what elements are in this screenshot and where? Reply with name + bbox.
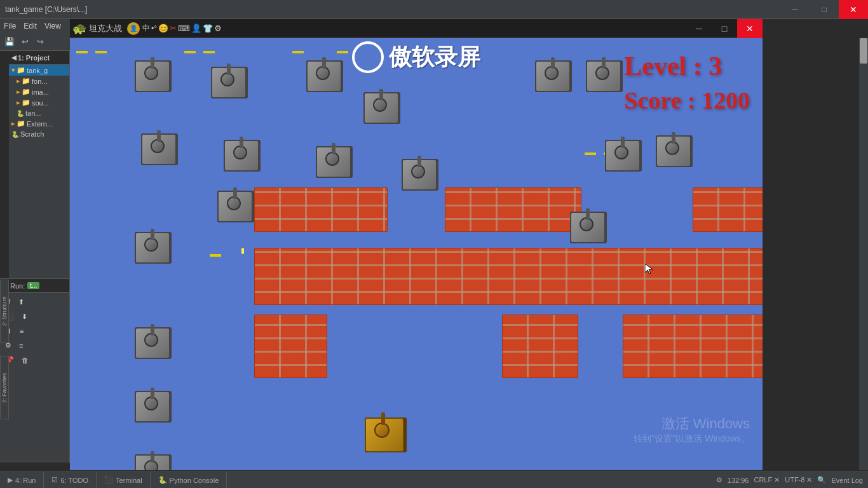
brick-wall bbox=[445, 187, 581, 232]
search-icon[interactable]: 🔍 bbox=[817, 476, 826, 484]
terrain-dash bbox=[95, 51, 107, 53]
tree-item-scratch[interactable]: 🐍 Scratch bbox=[9, 129, 69, 139]
folder-icon5: 📁 bbox=[22, 98, 31, 107]
menu-edit[interactable]: Edit bbox=[20, 22, 41, 30]
save-button[interactable]: 💾 bbox=[3, 35, 17, 49]
tree-item-fonts[interactable]: ▸ 📁 fon... bbox=[9, 76, 69, 86]
game-lang-cn: 中 bbox=[142, 23, 150, 34]
undo-button[interactable]: ↩ bbox=[18, 35, 32, 49]
watermark: 激活 Windows 转到"设置"以激活 Windows。 bbox=[634, 414, 750, 445]
run-down-button[interactable]: ⬇ bbox=[19, 311, 30, 322]
enemy-tank bbox=[133, 388, 172, 426]
gear-icon[interactable]: ⚙ bbox=[716, 476, 722, 484]
tab-terminal[interactable]: ⬛ Terminal bbox=[97, 472, 151, 489]
scrollbar-thumb[interactable] bbox=[860, 38, 867, 64]
taskbar-minimize[interactable]: ─ bbox=[780, 0, 810, 19]
enemy-tank bbox=[400, 156, 438, 194]
game-user2-icon: 👤 bbox=[191, 24, 201, 33]
folder-icon4: 📁 bbox=[22, 88, 31, 96]
player-tank bbox=[362, 413, 407, 458]
game-window-controls: ─ □ ✕ bbox=[686, 19, 763, 38]
tree-item-external[interactable]: ▸ 📁 Extern... bbox=[9, 118, 69, 129]
run-list2-button[interactable]: ≡ bbox=[17, 340, 25, 351]
enemy-tank bbox=[210, 64, 248, 102]
bottom-tabs: ▶ 4: Run ☑ 6: TODO ⬛ Terminal 🐍 Python C… bbox=[0, 471, 868, 488]
run-file-tab[interactable]: t... bbox=[27, 282, 39, 289]
structure-label: 2: Structure bbox=[1, 297, 8, 327]
game-close[interactable]: ✕ bbox=[737, 19, 763, 38]
favorites-vtab[interactable]: 2: Favorites bbox=[0, 356, 9, 419]
brick-wall bbox=[254, 248, 763, 305]
game-keyboard-icon: ⌨ bbox=[178, 24, 190, 33]
enemy-tank bbox=[305, 57, 343, 95]
terrain-dash bbox=[210, 254, 221, 257]
folder-expand-icon: ▸ bbox=[17, 77, 20, 85]
enemy-tank bbox=[654, 132, 693, 170]
enemy-tank bbox=[133, 229, 172, 267]
score-display: Score : 1200 bbox=[624, 86, 750, 114]
game-gear-icon: ⚙ bbox=[214, 24, 222, 33]
run-controls: ↺ ⬆ ⬛ ⬇ ⏸ ≡ ⚙ ≡ 📌 🗑 bbox=[0, 293, 69, 369]
level-display: Level : 3 bbox=[624, 51, 750, 81]
folder-expand-icon3: ▸ bbox=[17, 98, 20, 107]
brick-wall bbox=[693, 187, 763, 232]
menu-file[interactable]: File bbox=[0, 22, 20, 30]
terrain-dash bbox=[76, 51, 88, 53]
enemy-tank bbox=[133, 324, 172, 362]
game-window: 傲软录屏 Level : 3 Score : 1200 bbox=[70, 38, 763, 470]
tree-item-images[interactable]: ▸ 📁 ima... bbox=[9, 86, 69, 97]
status-bar-right: ⚙ 132:96 CRLF ✕ UTF-8 ✕ 🔍 Event Log bbox=[716, 476, 868, 484]
run-panel-header: ▶ Run: t... bbox=[0, 279, 69, 293]
terrain-dash bbox=[337, 51, 348, 53]
terrain-dash bbox=[184, 51, 196, 53]
line-col: 132:96 bbox=[728, 477, 749, 484]
brick-wall bbox=[623, 315, 763, 378]
record-text: 傲软录屏 bbox=[389, 42, 480, 73]
taskbar-maximize[interactable]: □ bbox=[810, 0, 839, 19]
right-scrollbar[interactable] bbox=[859, 38, 868, 470]
tab-todo[interactable]: ☑ 6: TODO bbox=[44, 472, 97, 489]
taskbar-close[interactable]: ✕ bbox=[839, 0, 868, 19]
game-minimize[interactable]: ─ bbox=[686, 19, 712, 38]
app-title: tank_game [C:\Users\...] bbox=[5, 5, 87, 14]
project-panel: ◀ 1: Project ▾ 📁 tank_g ▸ 📁 fon... ▸ 📁 i… bbox=[9, 51, 70, 278]
folder-icon2: 📁 bbox=[17, 66, 25, 74]
game-maximize[interactable]: □ bbox=[712, 19, 737, 38]
watermark-line2: 转到"设置"以激活 Windows。 bbox=[634, 433, 750, 445]
enemy-tank bbox=[140, 130, 178, 168]
tab-run[interactable]: ▶ 4: Run bbox=[0, 472, 44, 489]
run-delete-button[interactable]: 🗑 bbox=[19, 355, 31, 365]
terminal-tab-icon: ⬛ bbox=[104, 476, 113, 484]
run-tab-icon: ▶ bbox=[8, 476, 13, 484]
brick-wall bbox=[254, 315, 327, 378]
favorites-label: 2: Favorites bbox=[1, 372, 8, 402]
menu-view[interactable]: View bbox=[41, 22, 65, 30]
folder-expand-icon4: ▸ bbox=[11, 119, 15, 128]
game-window-title: 坦克大战 bbox=[89, 23, 122, 34]
enemy-tank bbox=[585, 57, 623, 95]
enemy-tank bbox=[315, 143, 353, 181]
brick-wall bbox=[254, 187, 388, 232]
record-circle bbox=[352, 41, 384, 73]
game-title-icon: 🐢 bbox=[72, 22, 86, 36]
tree-item-tankfile[interactable]: 🐍 tan... bbox=[9, 108, 69, 118]
folder-icon: ▾ bbox=[11, 66, 15, 74]
enemy-tank bbox=[362, 89, 400, 127]
enemy-tank bbox=[133, 57, 172, 95]
folder-icon6: 📁 bbox=[17, 119, 25, 128]
run-tab: Run: bbox=[10, 282, 25, 290]
windows-titlebar: tank_game [C:\Users\...] ─ □ ✕ bbox=[0, 0, 868, 19]
redo-button[interactable]: ↪ bbox=[33, 35, 47, 49]
tree-item-sounds[interactable]: ▸ 📁 sou... bbox=[9, 97, 69, 108]
tab-python-console[interactable]: 🐍 Python Console bbox=[151, 472, 227, 489]
run-panel: ▶ Run: t... ↺ ⬆ ⬛ ⬇ ⏸ ≡ ⚙ ≡ 📌 🗑 bbox=[0, 278, 70, 463]
run-up-button[interactable]: ⬆ bbox=[16, 297, 27, 308]
game-user-icon: 👤 bbox=[127, 22, 140, 35]
structure-vtab[interactable]: 2: Structure bbox=[0, 280, 9, 343]
run-list-button[interactable]: ≡ bbox=[17, 326, 26, 336]
terrain-dash bbox=[203, 51, 215, 53]
terrain-dash bbox=[585, 152, 596, 155]
folder-expand-icon2: ▸ bbox=[17, 88, 20, 96]
event-log[interactable]: Event Log bbox=[831, 477, 863, 484]
tree-item-tank-game[interactable]: ▾ 📁 tank_g bbox=[9, 65, 69, 76]
